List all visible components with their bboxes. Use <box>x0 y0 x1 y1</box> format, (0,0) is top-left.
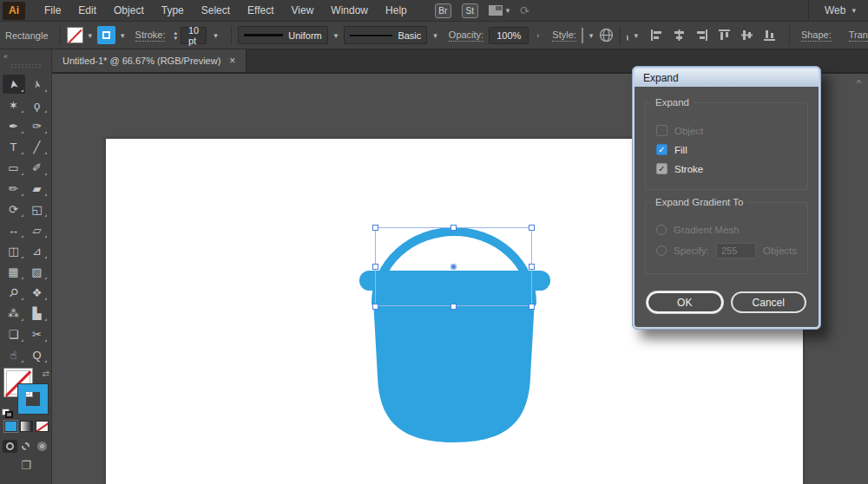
selection-handle-w[interactable] <box>372 264 378 270</box>
menu-item-file[interactable]: File <box>36 0 69 22</box>
brush-definition-dropdown[interactable]: Basic <box>344 26 427 44</box>
align-top-icon[interactable] <box>718 29 731 42</box>
selection-handle-e[interactable] <box>529 264 535 270</box>
pen-tool[interactable]: ✒ <box>3 116 25 135</box>
object-checkbox[interactable] <box>656 125 667 136</box>
stroke-checkbox[interactable]: ✓ <box>656 163 667 174</box>
free-transform-tool[interactable]: ▱ <box>26 220 49 239</box>
stroke-weight-stepper[interactable]: ▴▾ <box>174 30 177 41</box>
specify-radio[interactable] <box>656 245 667 256</box>
scale-tool[interactable]: ◱ <box>26 199 49 219</box>
lasso-tool[interactable]: ϙ <box>26 95 49 114</box>
gradient-mesh-radio[interactable] <box>656 225 667 235</box>
gradient-mode-button[interactable] <box>20 421 33 432</box>
selection-handle-n[interactable] <box>450 225 457 231</box>
object-option-row[interactable]: Object <box>656 125 797 136</box>
style-label[interactable]: Style: <box>552 29 576 42</box>
selection-handle-se[interactable] <box>529 304 535 310</box>
artboard-tool[interactable]: ❏ <box>3 324 25 343</box>
specify-input[interactable]: 255 <box>716 243 756 258</box>
stroke-weight-label[interactable]: Stroke: <box>135 29 166 42</box>
dialog-title-bar[interactable]: Expand <box>635 69 819 87</box>
fill-checkbox[interactable]: ✓ <box>656 144 667 155</box>
screen-mode-button[interactable]: ❐ <box>0 459 52 472</box>
selection-tool[interactable]: ➤ <box>3 75 25 94</box>
menu-item-object[interactable]: Object <box>105 0 153 22</box>
stroke-color-swatch[interactable] <box>97 26 115 44</box>
menu-item-view[interactable]: View <box>283 0 323 22</box>
bridge-button[interactable]: Br <box>435 3 451 18</box>
opacity-value[interactable]: 100% <box>489 27 529 44</box>
eraser-tool[interactable]: ▰ <box>26 179 49 198</box>
menu-item-effect[interactable]: Effect <box>239 0 282 22</box>
symbol-sprayer-tool[interactable]: ⁂ <box>3 304 25 323</box>
draw-behind-button[interactable] <box>18 440 33 453</box>
fill-color-swatch[interactable] <box>67 27 83 43</box>
draw-normal-button[interactable] <box>3 440 17 453</box>
align-left-icon[interactable] <box>650 29 663 42</box>
selection-center-point[interactable] <box>450 264 457 270</box>
stroke-weight-value[interactable]: 10 pt <box>181 27 207 44</box>
paintbrush-tool[interactable]: ✐ <box>26 158 49 177</box>
swap-fill-stroke-icon[interactable]: ⇄ <box>43 369 49 378</box>
close-icon[interactable]: × <box>229 55 235 67</box>
fill-option-row[interactable]: ✓ Fill <box>656 144 797 155</box>
blend-tool[interactable]: ❖ <box>26 283 49 302</box>
arrange-documents-button[interactable]: ▾ <box>489 5 510 16</box>
shape-builder-tool[interactable]: ◫ <box>3 241 25 260</box>
selection-handle-ne[interactable] <box>529 225 535 231</box>
panel-grip[interactable] <box>10 63 42 69</box>
curvature-tool[interactable]: ✑ <box>26 116 49 135</box>
opacity-label[interactable]: Opacity: <box>449 29 483 42</box>
graphic-style-swatch[interactable] <box>582 28 583 43</box>
menu-item-edit[interactable]: Edit <box>69 0 105 22</box>
hand-tool[interactable]: ☝ <box>3 345 25 364</box>
document-tab[interactable]: Untitled-1* @ 66.67% (RGB/Preview) × <box>52 49 247 72</box>
draw-inside-button[interactable] <box>35 440 49 453</box>
column-graph-tool[interactable]: ▙ <box>26 304 49 323</box>
stroke-option-row[interactable]: ✓ Stroke <box>656 163 797 174</box>
shape-label[interactable]: Shape: <box>801 29 832 42</box>
default-fill-stroke-icon[interactable] <box>2 409 13 418</box>
align-right-icon[interactable] <box>695 29 708 42</box>
align-horizontal-center-icon[interactable] <box>673 29 686 42</box>
eyedropper-tool[interactable]: ⚲ <box>3 283 25 302</box>
slice-tool[interactable]: ✂ <box>26 324 49 343</box>
type-tool[interactable]: T <box>3 137 25 156</box>
magic-wand-tool[interactable]: ✶ <box>3 95 25 114</box>
none-mode-button[interactable] <box>36 421 49 432</box>
zoom-tool[interactable]: Q <box>26 345 49 364</box>
width-tool[interactable]: ↔ <box>3 220 25 239</box>
stock-button[interactable]: St <box>462 3 478 18</box>
align-bottom-icon[interactable] <box>763 29 776 42</box>
selection-handle-s[interactable] <box>450 304 457 310</box>
collapse-panel-icon[interactable]: « <box>3 52 7 61</box>
gpu-performance-icon[interactable]: ⟳ <box>518 3 531 18</box>
rotate-tool[interactable]: ⟳ <box>3 199 25 219</box>
isolate-selected-icon[interactable] <box>627 29 628 41</box>
color-mode-button[interactable] <box>4 421 17 432</box>
line-segment-tool[interactable]: ╱ <box>26 137 49 156</box>
workspace-switcher[interactable]: Web ▾ <box>808 0 868 21</box>
menu-item-select[interactable]: Select <box>193 0 239 22</box>
menu-item-help[interactable]: Help <box>377 0 416 22</box>
menu-item-window[interactable]: Window <box>322 0 377 22</box>
rectangle-tool[interactable]: ▭ <box>3 158 25 177</box>
shaper-tool[interactable]: ✏ <box>3 179 25 198</box>
stroke-profile-dropdown[interactable]: Uniform <box>238 26 328 44</box>
perspective-grid-tool[interactable]: ⊿ <box>26 241 49 260</box>
stroke-swatch-blue[interactable] <box>18 384 48 414</box>
selection-handle-nw[interactable] <box>372 225 378 231</box>
align-vertical-center-icon[interactable] <box>740 29 753 42</box>
specify-row[interactable]: Specify: 255 Objects <box>656 243 797 258</box>
cancel-button[interactable]: Cancel <box>731 291 807 313</box>
ok-button[interactable]: OK <box>647 291 723 313</box>
transform-label[interactable]: Trans <box>849 29 868 42</box>
menu-item-type[interactable]: Type <box>153 0 193 22</box>
document-setup-icon[interactable] <box>599 28 614 43</box>
gradient-mesh-row[interactable]: Gradient Mesh <box>656 225 797 235</box>
selection-handle-sw[interactable] <box>372 304 378 310</box>
scrollbar-up-icon[interactable]: ^ <box>857 78 861 88</box>
direct-selection-tool[interactable]: ➢ <box>26 75 49 94</box>
gradient-tool[interactable]: ▨ <box>26 262 49 281</box>
